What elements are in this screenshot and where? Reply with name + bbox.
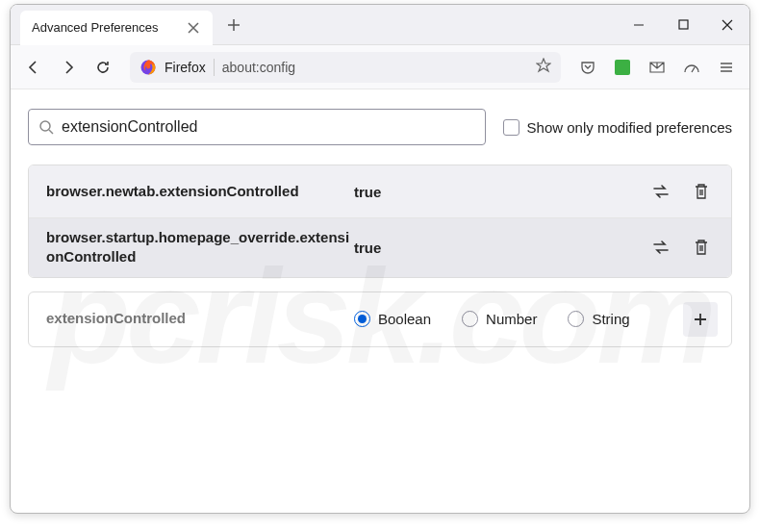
toggle-button[interactable]: [645, 175, 677, 208]
preference-row: browser.newtab.extensionControlled true: [29, 165, 731, 218]
url-identity: Firefox: [165, 60, 206, 75]
preference-name: browser.newtab.extensionControlled: [46, 182, 354, 201]
search-box[interactable]: [28, 109, 486, 145]
close-tab-icon[interactable]: [186, 20, 201, 36]
svg-rect-0: [679, 20, 688, 29]
preference-list: browser.newtab.extensionControlled true …: [28, 165, 732, 278]
type-radio-string[interactable]: String: [568, 311, 629, 327]
preference-row: browser.startup.homepage_override.extens…: [29, 218, 731, 277]
inbox-icon[interactable]: [642, 52, 672, 83]
preference-value: true: [354, 184, 645, 200]
toggle-icon: [651, 184, 671, 199]
toggle-icon: [651, 240, 671, 255]
search-input[interactable]: [62, 118, 475, 136]
show-modified-checkbox[interactable]: Show only modified preferences: [503, 119, 732, 136]
browser-tab[interactable]: Advanced Preferences: [20, 11, 213, 45]
window-maximize-button[interactable]: [661, 5, 705, 45]
delete-button[interactable]: [685, 231, 718, 264]
preference-value: true: [354, 240, 645, 256]
trash-icon: [694, 183, 709, 200]
window-minimize-button[interactable]: [617, 5, 661, 45]
radio-icon: [354, 311, 370, 327]
firefox-icon: [139, 59, 157, 76]
svg-point-2: [40, 121, 50, 131]
new-preference-row: extensionControlled Boolean Number Strin…: [28, 291, 732, 347]
radio-icon: [462, 311, 478, 327]
titlebar: Advanced Preferences: [11, 5, 749, 45]
search-icon: [38, 119, 54, 135]
toggle-button[interactable]: [645, 231, 677, 264]
extension-icon[interactable]: [607, 52, 638, 83]
radio-label: Boolean: [378, 311, 431, 327]
type-radio-boolean[interactable]: Boolean: [354, 311, 431, 327]
tab-title: Advanced Preferences: [32, 20, 186, 35]
reload-button[interactable]: [88, 52, 118, 83]
dashboard-icon[interactable]: [676, 52, 707, 83]
show-modified-label: Show only modified preferences: [527, 119, 732, 136]
plus-icon: [693, 312, 708, 327]
new-tab-button[interactable]: [220, 12, 247, 38]
radio-icon: [568, 311, 584, 327]
preference-name: browser.startup.homepage_override.extens…: [46, 228, 354, 267]
new-preference-name: extensionControlled: [46, 309, 354, 328]
toolbar: Firefox about:config: [11, 45, 749, 89]
forward-button[interactable]: [53, 52, 84, 83]
radio-label: Number: [486, 311, 537, 327]
pocket-icon[interactable]: [572, 52, 603, 83]
url-text: about:config: [222, 60, 528, 75]
window-close-button[interactable]: [705, 5, 749, 45]
trash-icon: [694, 239, 709, 256]
add-preference-button[interactable]: [683, 302, 718, 337]
bookmark-star-icon[interactable]: [536, 58, 551, 77]
hamburger-menu-icon[interactable]: [711, 52, 742, 83]
checkbox-icon: [503, 119, 519, 136]
radio-label: String: [592, 311, 629, 327]
content-area: Show only modified preferences browser.n…: [11, 89, 749, 367]
type-radio-number[interactable]: Number: [462, 311, 537, 327]
back-button[interactable]: [18, 52, 49, 83]
delete-button[interactable]: [685, 175, 718, 208]
url-bar[interactable]: Firefox about:config: [130, 52, 561, 83]
